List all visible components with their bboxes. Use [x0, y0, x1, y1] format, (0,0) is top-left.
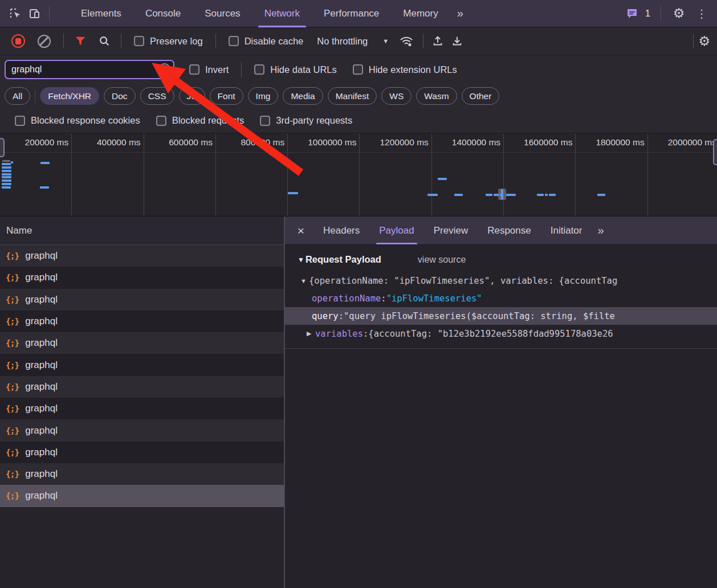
request-name: graphql [25, 360, 58, 371]
chip-js[interactable]: JS [179, 87, 205, 105]
network-conditions-icon[interactable] [399, 34, 414, 48]
disable-cache-checkbox[interactable]: Disable cache [229, 36, 304, 47]
chip-img[interactable]: Img [248, 87, 279, 105]
detail-tab-headers[interactable]: Headers [313, 217, 369, 244]
request-row[interactable]: {;}graphql [0, 311, 284, 332]
filter-icon[interactable] [74, 35, 87, 47]
record-network-log-button[interactable] [11, 34, 25, 48]
timeline-tick: 1000000 ms [288, 133, 360, 216]
view-source-link[interactable]: view source [418, 255, 466, 265]
close-details-icon[interactable]: × [288, 217, 313, 244]
hide-data-urls-checkbox[interactable]: Hide data URLs [254, 64, 336, 75]
chip-manifest[interactable]: Manifest [328, 87, 377, 105]
network-overview-timeline[interactable]: 200000 ms400000 ms600000 ms800000 ms1000… [0, 133, 717, 217]
checkbox[interactable] [189, 64, 199, 75]
issues-message-icon[interactable] [622, 4, 642, 23]
network-settings-gear-icon[interactable]: ⚙ [698, 35, 710, 48]
request-row[interactable]: {;}graphql [0, 354, 284, 375]
request-row[interactable]: {;}graphql [0, 463, 284, 485]
preserve-log-checkbox[interactable]: Preserve log [134, 36, 203, 47]
request-row[interactable]: {;}graphql [0, 485, 284, 507]
checkbox[interactable] [254, 64, 264, 75]
more-detail-tabs-icon[interactable]: » [592, 217, 608, 244]
more-panels-icon[interactable]: » [450, 7, 469, 20]
request-name: graphql [25, 425, 58, 436]
clear-filter-icon[interactable]: ✕ [158, 63, 170, 75]
json-braces-icon: {;} [6, 251, 19, 260]
payload-tree-row[interactable]: query: "query ipFlowTimeseries($accountT… [285, 307, 717, 325]
tab-network[interactable]: Network [252, 0, 312, 27]
filter-input[interactable] [5, 60, 174, 79]
tree-expand-icon[interactable]: ▶ [307, 330, 311, 337]
disable-cache-label: Disable cache [245, 36, 304, 47]
request-name: graphql [25, 272, 58, 283]
blocked-requests-checkbox[interactable]: Blocked requests [156, 115, 245, 126]
tab-console[interactable]: Console [133, 0, 193, 27]
divider [661, 6, 661, 21]
tree-expand-icon[interactable]: ▼ [300, 277, 307, 284]
payload-separator [285, 348, 717, 349]
request-row[interactable]: {;}graphql [0, 245, 284, 267]
detail-tab-initiator[interactable]: Initiator [541, 217, 592, 244]
chip-wasm[interactable]: Wasm [416, 87, 457, 105]
inspect-element-icon[interactable] [6, 4, 25, 23]
request-row[interactable]: {;}graphql [0, 332, 284, 354]
clear-network-log-button[interactable] [38, 35, 51, 48]
request-row[interactable]: {;}graphql [0, 376, 284, 398]
search-icon[interactable] [98, 35, 111, 47]
checkbox[interactable] [15, 116, 25, 126]
tab-performance[interactable]: Performance [312, 0, 391, 27]
detail-tab-preview[interactable]: Preview [424, 217, 478, 244]
chip-ws[interactable]: WS [381, 87, 412, 105]
blocked-response-cookies-checkbox[interactable]: Blocked response cookies [15, 115, 140, 126]
tab-sources[interactable]: Sources [193, 0, 252, 27]
collapse-triangle-icon[interactable]: ▼ [298, 256, 304, 264]
checkbox[interactable] [260, 116, 270, 126]
overview-request-bar [494, 194, 499, 196]
payload-token: {accountTag: "b12e3b2192ee5588fdad995178… [368, 329, 613, 339]
request-row[interactable]: {;}graphql [0, 398, 284, 419]
chip-css[interactable]: CSS [140, 87, 174, 105]
chip-media[interactable]: Media [283, 87, 323, 105]
throttling-dropdown[interactable]: No throttling ▼ [317, 36, 389, 47]
tick-label: 1400000 ms [452, 137, 500, 148]
settings-gear-icon[interactable]: ⚙ [669, 4, 689, 23]
chip-font[interactable]: Font [210, 87, 243, 105]
throttling-value: No throttling [317, 36, 368, 47]
chip-other[interactable]: Other [462, 87, 500, 105]
overview-left-handle[interactable] [0, 138, 5, 157]
tab-memory[interactable]: Memory [391, 0, 450, 27]
request-payload-title: Request Payload [305, 254, 381, 265]
3rd-party-requests-checkbox[interactable]: 3rd-party requests [260, 115, 352, 126]
checkbox[interactable] [353, 64, 363, 75]
request-row[interactable]: {;}graphql [0, 267, 284, 288]
request-name: graphql [25, 447, 58, 458]
request-row[interactable]: {;}graphql [0, 419, 284, 441]
json-braces-icon: {;} [6, 338, 19, 348]
checkbox[interactable] [134, 36, 144, 46]
payload-tree-row[interactable]: ▼{operationName: "ipFlowTimeseries", var… [285, 272, 717, 289]
overview-right-handle[interactable] [713, 139, 717, 165]
payload-tree-row[interactable]: operationName: "ipFlowTimeseries" [285, 289, 717, 307]
device-toolbar-icon[interactable] [25, 4, 44, 23]
payload-tree-row[interactable]: ▶variables: {accountTag: "b12e3b2192ee55… [285, 325, 717, 342]
chip-all[interactable]: All [5, 87, 30, 105]
checkbox[interactable] [156, 116, 166, 126]
chip-doc[interactable]: Doc [104, 87, 136, 105]
hide-extension-urls-checkbox[interactable]: Hide extension URLs [353, 64, 457, 75]
divider [423, 34, 423, 48]
import-har-icon[interactable] [431, 35, 444, 47]
detail-tab-response[interactable]: Response [478, 217, 541, 244]
request-row[interactable]: {;}graphql [0, 442, 284, 463]
tab-elements[interactable]: Elements [69, 0, 133, 27]
detail-tab-payload[interactable]: Payload [369, 217, 423, 244]
chip-fetch-xhr[interactable]: Fetch/XHR [40, 87, 99, 105]
checkbox[interactable] [229, 36, 239, 46]
tick-label: 1600000 ms [524, 137, 572, 148]
invert-checkbox[interactable]: Invert [189, 64, 229, 75]
name-column-header[interactable]: Name [0, 217, 284, 245]
export-har-icon[interactable] [451, 35, 463, 47]
request-row[interactable]: {;}graphql [0, 289, 284, 311]
kebab-menu-icon[interactable]: ⋮ [692, 4, 711, 23]
payload-token: query [312, 311, 339, 321]
